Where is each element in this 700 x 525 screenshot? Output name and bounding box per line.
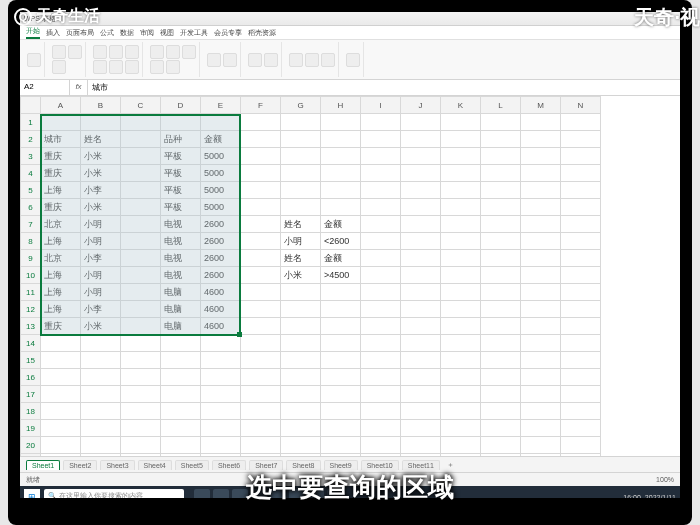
cell[interactable]: 金额 <box>321 250 361 267</box>
row-header[interactable]: 2 <box>21 131 41 148</box>
col-header[interactable]: A <box>41 97 81 114</box>
cell[interactable]: 上海 <box>41 182 81 199</box>
row-header[interactable]: 9 <box>21 250 41 267</box>
col-header[interactable]: N <box>561 97 601 114</box>
sheet-tab[interactable]: Sheet4 <box>138 460 172 470</box>
cell[interactable]: 小米 <box>81 199 121 216</box>
row-header[interactable]: 15 <box>21 352 41 369</box>
cell[interactable]: 小明 <box>81 233 121 250</box>
row-header[interactable]: 10 <box>21 267 41 284</box>
cell[interactable]: 4600 <box>201 301 241 318</box>
cell[interactable]: 重庆 <box>41 148 81 165</box>
cell[interactable]: 2600 <box>201 267 241 284</box>
cell[interactable]: 重庆 <box>41 165 81 182</box>
row-header[interactable]: 8 <box>21 233 41 250</box>
cell[interactable]: 姓名 <box>281 250 321 267</box>
row-header[interactable]: 14 <box>21 335 41 352</box>
paste-button[interactable] <box>27 53 41 67</box>
copy-button[interactable] <box>68 45 82 59</box>
wrap-button[interactable] <box>166 60 180 74</box>
cell[interactable]: 电脑 <box>161 284 201 301</box>
cell[interactable]: >4500 <box>321 267 361 284</box>
spreadsheet-grid[interactable]: A B C D E F G H I J K L M N 1 2 城市 <box>20 96 680 456</box>
col-header[interactable]: J <box>401 97 441 114</box>
cell[interactable]: 电脑 <box>161 318 201 335</box>
cell[interactable]: 小明 <box>81 267 121 284</box>
ribbon-tab-layout[interactable]: 页面布局 <box>66 28 94 38</box>
cell[interactable]: 北京 <box>41 216 81 233</box>
ribbon-tab-dev[interactable]: 开发工具 <box>180 28 208 38</box>
format-painter-button[interactable] <box>52 60 66 74</box>
border-button[interactable] <box>125 60 139 74</box>
conditional-format-button[interactable] <box>248 53 262 67</box>
cell[interactable]: 小米 <box>81 318 121 335</box>
col-header[interactable]: F <box>241 97 281 114</box>
cell[interactable]: 电视 <box>161 267 201 284</box>
cell[interactable]: 金额 <box>321 216 361 233</box>
zoom-level[interactable]: 100% <box>656 476 674 483</box>
cell[interactable]: 北京 <box>41 250 81 267</box>
formula-input[interactable]: 城市 <box>88 80 680 95</box>
cell[interactable]: 重庆 <box>41 318 81 335</box>
sheet-tab[interactable]: Sheet1 <box>26 460 60 470</box>
cell[interactable]: 上海 <box>41 267 81 284</box>
cell[interactable]: 平板 <box>161 165 201 182</box>
fx-icon[interactable]: fx <box>70 80 88 95</box>
col-header[interactable]: L <box>481 97 521 114</box>
cell[interactable]: 5000 <box>201 165 241 182</box>
underline-button[interactable] <box>125 45 139 59</box>
sheet-tab[interactable]: Sheet9 <box>324 460 358 470</box>
cell[interactable]: 电视 <box>161 233 201 250</box>
align-right-button[interactable] <box>182 45 196 59</box>
cell[interactable]: 电脑 <box>161 301 201 318</box>
row-header[interactable]: 19 <box>21 420 41 437</box>
ribbon-tab-docer[interactable]: 稻壳资源 <box>248 28 276 38</box>
cell[interactable]: 品种 <box>161 131 201 148</box>
cell[interactable]: 小李 <box>81 250 121 267</box>
sheet-tab[interactable]: Sheet10 <box>361 460 399 470</box>
sort-button[interactable] <box>305 53 319 67</box>
cell[interactable]: 平板 <box>161 199 201 216</box>
row-header[interactable]: 1 <box>21 114 41 131</box>
cell[interactable]: 城市 <box>41 131 81 148</box>
italic-button[interactable] <box>109 45 123 59</box>
ribbon-tab-data[interactable]: 数据 <box>120 28 134 38</box>
merge-button[interactable] <box>150 60 164 74</box>
name-box[interactable]: A2 <box>20 80 70 95</box>
cell[interactable]: 姓名 <box>281 216 321 233</box>
find-button[interactable] <box>346 53 360 67</box>
col-header[interactable]: M <box>521 97 561 114</box>
ribbon-tab-home[interactable]: 开始 <box>26 26 40 39</box>
taskbar-app-icon[interactable] <box>213 489 229 498</box>
row-header[interactable]: 16 <box>21 369 41 386</box>
ribbon-tab-view[interactable]: 视图 <box>160 28 174 38</box>
row-header[interactable]: 12 <box>21 301 41 318</box>
row-header[interactable]: 3 <box>21 148 41 165</box>
col-header[interactable]: I <box>361 97 401 114</box>
cell[interactable]: 小米 <box>81 148 121 165</box>
ribbon-tab-insert[interactable]: 插入 <box>46 28 60 38</box>
row-header[interactable]: 6 <box>21 199 41 216</box>
cell[interactable]: 金额 <box>201 131 241 148</box>
row-header[interactable]: 7 <box>21 216 41 233</box>
cell[interactable]: 4600 <box>201 284 241 301</box>
sheet-tab[interactable]: Sheet2 <box>63 460 97 470</box>
cell[interactable]: <2600 <box>321 233 361 250</box>
col-header[interactable]: E <box>201 97 241 114</box>
cell[interactable]: 上海 <box>41 284 81 301</box>
number-format-button[interactable] <box>207 53 221 67</box>
filter-button[interactable] <box>321 53 335 67</box>
cell[interactable]: 电视 <box>161 250 201 267</box>
percent-button[interactable] <box>223 53 237 67</box>
sheet-tab[interactable]: Sheet7 <box>249 460 283 470</box>
row-header[interactable]: 11 <box>21 284 41 301</box>
sheet-tab[interactable]: Sheet3 <box>100 460 134 470</box>
cell[interactable]: 5000 <box>201 199 241 216</box>
cell[interactable]: 电视 <box>161 216 201 233</box>
cell[interactable]: 2600 <box>201 216 241 233</box>
row-header[interactable]: 4 <box>21 165 41 182</box>
row-header[interactable]: 17 <box>21 386 41 403</box>
cell[interactable]: 上海 <box>41 233 81 250</box>
col-header[interactable]: B <box>81 97 121 114</box>
cell[interactable]: 重庆 <box>41 199 81 216</box>
